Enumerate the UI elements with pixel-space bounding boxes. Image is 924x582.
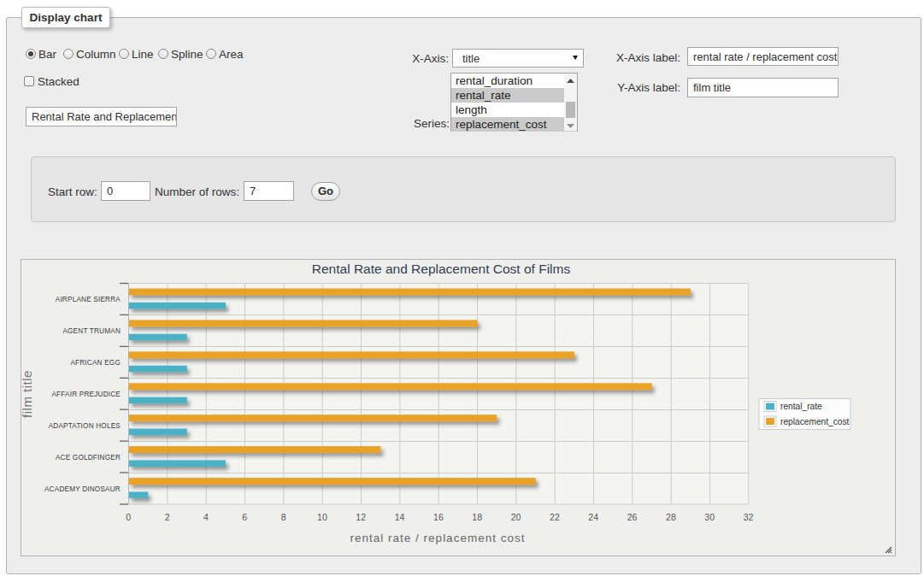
svg-text:18: 18: [472, 512, 482, 522]
svg-text:2: 2: [165, 512, 170, 522]
svg-text:replacement_cost: replacement_cost: [780, 417, 850, 426]
svg-text:10: 10: [317, 512, 327, 522]
svg-text:rental rate / replacement cost: rental rate / replacement cost: [350, 532, 526, 544]
svg-text:24: 24: [588, 512, 598, 522]
svg-text:ACE GOLDFINGER: ACE GOLDFINGER: [56, 454, 121, 461]
svg-text:8: 8: [281, 512, 286, 522]
svg-text:film title: film title: [21, 370, 34, 418]
svg-text:0: 0: [126, 512, 131, 522]
svg-text:28: 28: [666, 512, 676, 522]
svg-text:AFRICAN EGG: AFRICAN EGG: [70, 359, 121, 367]
svg-text:26: 26: [627, 512, 638, 522]
svg-text:Rental Rate and Replacement Co: Rental Rate and Replacement Cost of Film…: [312, 262, 571, 276]
svg-text:AIRPLANE SIERRA: AIRPLANE SIERRA: [56, 296, 121, 303]
svg-text:20: 20: [511, 512, 521, 522]
svg-text:rental_rate: rental_rate: [780, 402, 822, 411]
svg-text:30: 30: [704, 512, 715, 522]
svg-text:6: 6: [242, 512, 247, 522]
svg-text:14: 14: [395, 512, 405, 522]
svg-text:AGENT TRUMAN: AGENT TRUMAN: [62, 327, 121, 335]
svg-text:32: 32: [744, 512, 754, 522]
svg-text:4: 4: [203, 512, 209, 522]
svg-text:AFFAIR PREJUDICE: AFFAIR PREJUDICE: [51, 391, 121, 398]
svg-text:ADAPTATION HOLES: ADAPTATION HOLES: [49, 422, 121, 430]
svg-text:12: 12: [356, 512, 366, 522]
svg-text:16: 16: [433, 512, 444, 522]
svg-text:ACADEMY DINOSAUR: ACADEMY DINOSAUR: [44, 485, 121, 493]
svg-text:22: 22: [550, 512, 560, 522]
